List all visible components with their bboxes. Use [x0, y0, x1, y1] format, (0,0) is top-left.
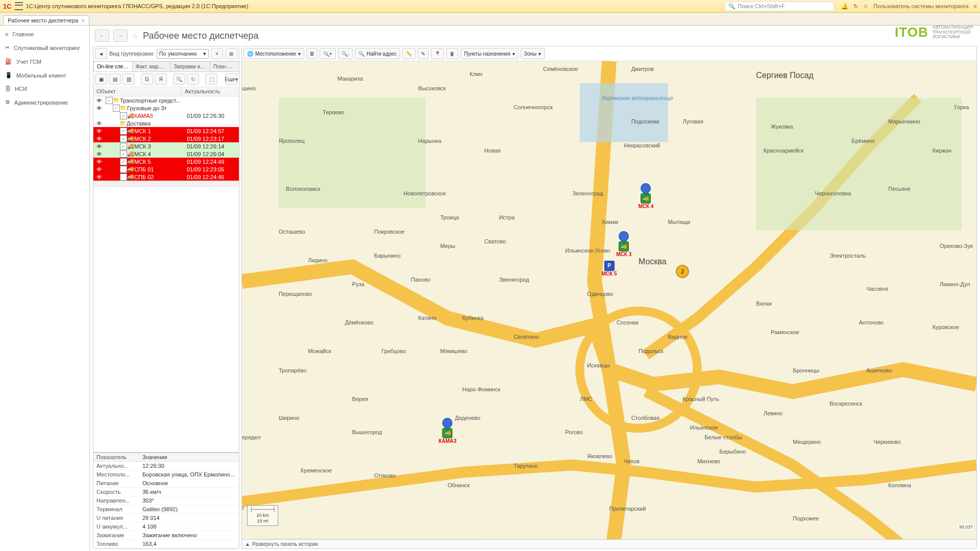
phone-icon: 📱 — [5, 72, 12, 79]
sidebar-item-main[interactable]: ≡Главное — [0, 28, 89, 41]
collapse-button[interactable]: ◄ — [95, 48, 107, 59]
tree-row[interactable]: 👁✓ 🚚 МСК 301/09 12:26:14 — [93, 142, 239, 150]
checkbox[interactable]: ✓ — [120, 158, 127, 165]
tab-route[interactable]: Факт. маршру... — [132, 61, 171, 71]
tree-row[interactable]: 👁✓ 📁 Транспортные средст... — [93, 96, 239, 104]
poi-button[interactable]: 📍 — [431, 48, 444, 59]
tab-fuel[interactable]: Заправки и сл... — [170, 61, 210, 71]
tool-btn[interactable]: ▤ — [109, 73, 121, 85]
tree-row[interactable]: 👁✓ 🚚 МСК 501/09 12:24:49 — [93, 158, 239, 165]
left-panel: ◄ Вид группировки: По умолчанию ▾ × ⊞ On… — [93, 46, 239, 549]
map-marker[interactable]: 🚚МСК 3 — [616, 231, 631, 257]
sidebar-item-admin[interactable]: ⚙Администрирование — [0, 95, 89, 109]
tool-btn[interactable]: ▣ — [95, 73, 107, 85]
close-icon[interactable]: × — [81, 17, 84, 23]
global-search[interactable]: 🔍 Поиск Ctrl+Shift+F — [725, 2, 834, 11]
search-placeholder: Поиск Ctrl+Shift+F — [738, 3, 785, 9]
tab-plan[interactable]: План-факт — [210, 61, 239, 71]
tool-btn[interactable]: ▥ — [122, 73, 135, 85]
nav-forward-button[interactable]: → — [113, 30, 128, 42]
map[interactable]: МоскваСергиев ПосадКлинДмитровСемёновско… — [242, 61, 976, 539]
row-name: Грузовые до 3т — [127, 105, 185, 111]
checkbox[interactable]: ✓ — [120, 128, 127, 135]
eye-icon[interactable]: 👁 — [94, 166, 104, 172]
titlebar: 1C 1С:Центр спутникового мониторинга ГЛО… — [0, 0, 980, 13]
refresh-button[interactable]: ↻ — [187, 73, 199, 85]
checkbox[interactable]: ✓ — [120, 112, 127, 119]
sidebar-item-monitoring[interactable]: ✂Спутниковый мониторинг — [0, 41, 89, 55]
row-icon: 🚚 — [127, 112, 134, 119]
eye-icon[interactable]: 👁 — [94, 120, 104, 127]
search-button[interactable]: 🔍 — [173, 73, 185, 85]
row-icon: 🚚 — [127, 158, 134, 165]
btn-label: Местоположение — [255, 51, 296, 57]
destinations-button[interactable]: Пункты назначения ▾ — [460, 48, 518, 59]
marker-label: МСК 3 — [616, 252, 631, 257]
filter-button[interactable]: ≣ — [306, 48, 317, 59]
tool-btn[interactable]: ⬚ — [205, 73, 217, 85]
tree-row[interactable]: 👁 🚚 СПБ 0201/09 12:24:45 — [93, 173, 239, 181]
group-select[interactable]: По умолчанию ▾ — [157, 49, 209, 59]
eye-icon[interactable]: 👁 — [94, 143, 104, 149]
svg-rect-6 — [580, 83, 668, 142]
checkbox[interactable] — [120, 173, 127, 181]
eye-icon[interactable]: 👁 — [94, 128, 104, 134]
tab-dispatcher[interactable]: Рабочее место диспетчера × — [3, 15, 89, 25]
eye-icon[interactable]: 👁 — [94, 97, 104, 104]
tree-row[interactable]: 👁✓ 🚚 МСК 201/09 12:23:17 — [93, 135, 239, 142]
draw-button[interactable]: ✎ — [418, 48, 429, 59]
tree-row[interactable]: 👁✓ 🚚 МСК 401/09 12:26:04 — [93, 150, 239, 158]
eye-icon[interactable]: 👁 — [94, 151, 104, 157]
zoom-in-button[interactable]: 🔍+ — [320, 48, 336, 59]
sidebar-item-fuel[interactable]: ⛽Учет ГСМ — [0, 55, 89, 68]
menu-icon[interactable] — [15, 2, 23, 10]
row-icon: 📁 — [113, 97, 120, 104]
eye-icon[interactable]: 👁 — [94, 174, 104, 180]
gear-icon: ⚙ — [5, 99, 10, 106]
sidebar-item-mobile[interactable]: 📱Мобильный клиент — [0, 68, 89, 82]
user-menu-icon[interactable]: ≡ — [974, 3, 977, 9]
eye-icon[interactable]: 👁 — [94, 159, 104, 165]
prop-val: 4 108 — [139, 522, 239, 531]
eye-icon[interactable]: 👁 — [94, 136, 104, 142]
zones-button[interactable]: Зоны ▾ — [521, 48, 545, 59]
bell-icon[interactable]: 🔔 — [841, 3, 848, 10]
ruler-button[interactable]: 📏 — [402, 48, 415, 59]
tree-scrollbar[interactable] — [93, 181, 239, 187]
checkbox[interactable]: ✓ — [113, 105, 120, 112]
sidebar-item-nsi[interactable]: 🗄НСИ — [0, 82, 89, 95]
checkbox[interactable]: ✓ — [120, 135, 127, 142]
row-name: МСК 2 — [134, 136, 185, 142]
history-toggle[interactable]: ▲ Развернуть панель истории — [242, 539, 976, 548]
map-marker[interactable]: PМСК 5 — [602, 261, 617, 277]
nav-back-button[interactable]: ← — [95, 30, 109, 42]
tab-label: Рабочее место диспетчера — [8, 17, 78, 23]
tool-btn[interactable]: G — [141, 73, 153, 85]
favorite-icon[interactable]: ☆ — [132, 31, 139, 41]
tool-btn[interactable]: Я — [155, 73, 167, 85]
tree-row[interactable]: 👁✓ 🚚 МСК 101/09 12:24:57 — [93, 127, 239, 135]
settings-button[interactable]: ⊞ — [225, 48, 237, 59]
clear-button[interactable]: 🗑 — [446, 48, 458, 59]
more-button[interactable]: Еще ▾ — [225, 73, 237, 85]
tree-row[interactable]: ✓ 🚚 КАМАЗ01/09 12:26:30 — [93, 112, 239, 119]
clear-button[interactable]: × — [211, 48, 223, 59]
checkbox[interactable]: ✓ — [106, 97, 113, 104]
checkbox[interactable]: ✓ — [120, 151, 127, 158]
tree-row[interactable]: 👁 📁 Доставка — [93, 119, 239, 127]
user-label[interactable]: Пользователь системы мониторинга — [873, 3, 968, 9]
tree-row[interactable]: 👁✓ 📁 Грузовые до 3т — [93, 104, 239, 112]
tab-online[interactable]: On-line слеже... — [93, 61, 133, 71]
history-icon[interactable]: ↻ — [853, 3, 858, 10]
zoom-out-button[interactable]: 🔍- — [338, 48, 353, 59]
checkbox[interactable] — [120, 166, 127, 173]
find-address-button[interactable]: 🔍 Найти адрес — [355, 48, 400, 59]
eye-icon[interactable]: 👁 — [94, 105, 104, 111]
map-marker[interactable]: 🚚КАМАЗ — [438, 418, 456, 444]
location-button[interactable]: 🌐 Местоположение ▾ — [243, 48, 304, 59]
map-marker[interactable]: 🚚МСК 4 — [638, 183, 653, 209]
tree-row[interactable]: 👁 🚚 СПБ 0101/09 12:23:05 — [93, 165, 239, 173]
star-icon[interactable]: ☆ — [863, 3, 868, 10]
cluster-marker[interactable]: 2 — [676, 265, 689, 278]
checkbox[interactable]: ✓ — [120, 143, 127, 150]
